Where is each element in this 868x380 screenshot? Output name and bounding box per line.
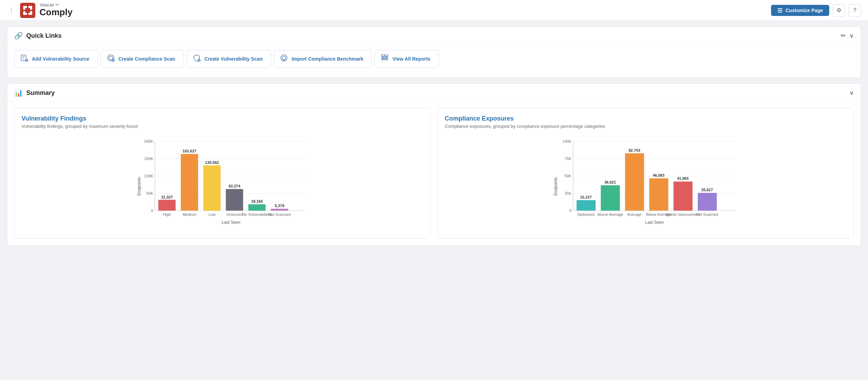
svg-text:Needs Improvement: Needs Improvement	[665, 212, 700, 216]
import-compliance-benchmark-label: Import Compliance Benchmark	[292, 56, 363, 62]
bar-no-vuln	[248, 204, 266, 211]
create-vulnerability-scan-link[interactable]: Create Vulnerability Scan	[187, 50, 271, 68]
customize-page-button[interactable]: Customize Page	[771, 5, 829, 16]
svg-text:150K: 150K	[144, 157, 153, 161]
import-compliance-benchmark-link[interactable]: Import Compliance Benchmark	[274, 50, 372, 68]
svg-text:130,562: 130,562	[205, 160, 219, 165]
svg-text:163,627: 163,627	[182, 149, 196, 153]
settings-button[interactable]: ⚙	[833, 4, 845, 17]
svg-text:Unscored: Unscored	[226, 212, 243, 216]
bar-not-scanned	[271, 209, 288, 211]
edit-quick-links-icon[interactable]: ✏	[841, 32, 846, 39]
svg-text:25,627: 25,627	[701, 188, 713, 192]
quick-links-icon: 🔗	[14, 32, 23, 40]
customize-icon	[777, 8, 783, 13]
svg-text:46,583: 46,583	[653, 173, 664, 177]
quick-links-section: 🔗 Quick Links ✏ ∨	[7, 26, 861, 78]
bar-low	[203, 165, 221, 211]
quick-links-title: Quick Links	[26, 32, 62, 39]
svg-rect-13	[779, 11, 780, 13]
svg-text:Last Seen: Last Seen	[222, 220, 240, 225]
summary-title: Summary	[26, 89, 55, 97]
svg-rect-11	[778, 8, 779, 9]
svg-text:Endpoints: Endpoints	[137, 177, 142, 195]
summary-body: Vulnerability Findings Vulnerability fin…	[7, 102, 861, 246]
compliance-exposures-chart: Endpoints 0 25K	[445, 134, 847, 231]
svg-rect-14	[21, 55, 26, 61]
charts-row: Vulnerability Findings Vulnerability fin…	[14, 108, 854, 239]
app-logo	[20, 3, 35, 18]
svg-text:100K: 100K	[144, 174, 153, 178]
add-vulnerability-source-label: Add Vulnerability Source	[32, 56, 89, 62]
svg-text:50K: 50K	[146, 191, 153, 195]
create-compliance-scan-icon	[107, 54, 115, 64]
vuln-findings-svg: Endpoints 0 50K	[21, 134, 423, 231]
import-compliance-benchmark-icon	[280, 54, 288, 64]
app-name: Comply	[39, 7, 72, 17]
create-compliance-scan-label: Create Compliance Scan	[118, 56, 175, 62]
svg-text:15,127: 15,127	[580, 195, 592, 199]
svg-text:25K: 25K	[564, 191, 571, 195]
bar-optimized	[576, 200, 596, 211]
gear-icon: ⚙	[836, 7, 841, 14]
bar-high	[158, 200, 176, 211]
svg-text:Not Scanned: Not Scanned	[696, 212, 718, 216]
svg-text:82,743: 82,743	[628, 148, 640, 152]
svg-rect-9	[778, 10, 782, 11]
svg-rect-32	[382, 59, 388, 60]
summary-header[interactable]: 📊 Summary ∨	[7, 84, 861, 102]
quick-links-grid: Add Vulnerability Source Create Complian…	[14, 50, 854, 71]
create-vulnerability-scan-icon	[193, 54, 201, 64]
summary-collapse-icon[interactable]: ∨	[849, 89, 854, 97]
svg-text:Average: Average	[627, 212, 641, 216]
svg-text:50K: 50K	[564, 174, 571, 178]
app-brand: TANIUM ™ Comply	[39, 3, 72, 17]
svg-rect-31	[382, 57, 388, 58]
bar-below-average	[649, 178, 668, 211]
svg-text:100K: 100K	[562, 139, 571, 143]
svg-point-21	[109, 56, 113, 60]
svg-rect-4	[25, 8, 27, 10]
svg-text:Endpoints: Endpoints	[553, 177, 558, 195]
svg-rect-7	[28, 11, 30, 13]
summary-icon: 📊	[14, 89, 23, 97]
svg-rect-33	[385, 55, 388, 56]
grid-menu-icon[interactable]: ⋮	[7, 5, 16, 16]
vuln-findings-subtitle: Vulnerability findings, grouped by maxim…	[21, 124, 423, 129]
view-all-reports-label: View All Reports	[392, 56, 430, 62]
svg-rect-5	[28, 8, 30, 10]
svg-text:Above Average: Above Average	[597, 212, 623, 216]
svg-text:Low: Low	[208, 212, 215, 216]
customize-page-label: Customize Page	[786, 8, 823, 13]
vuln-findings-title: Vulnerability Findings	[21, 115, 423, 122]
svg-text:62,274: 62,274	[229, 184, 241, 188]
bar-unscored	[226, 189, 243, 211]
svg-text:0: 0	[569, 209, 571, 213]
view-all-reports-link[interactable]: View All Reports	[375, 50, 439, 68]
svg-text:5,379: 5,379	[275, 204, 284, 208]
create-compliance-scan-link[interactable]: Create Compliance Scan	[101, 50, 184, 68]
view-all-reports-icon	[381, 54, 389, 64]
svg-text:Not Scanned: Not Scanned	[268, 212, 290, 216]
svg-text:41,965: 41,965	[677, 176, 689, 180]
help-button[interactable]: ?	[849, 4, 861, 17]
bar-above-average	[601, 185, 620, 211]
quick-links-collapse-icon[interactable]: ∨	[849, 32, 854, 39]
svg-rect-12	[780, 10, 781, 11]
quick-links-header[interactable]: 🔗 Quick Links ✏ ∨	[7, 27, 861, 45]
svg-text:High: High	[163, 212, 171, 216]
svg-rect-30	[382, 55, 384, 56]
add-vulnerability-source-link[interactable]: Add Vulnerability Source	[14, 50, 98, 68]
compliance-exposures-title: Compliance Exposures	[445, 115, 847, 122]
vuln-findings-chart: Endpoints 0 50K	[21, 134, 423, 231]
compliance-exposures-subtitle: Compliance exposures, grouped by complia…	[445, 124, 847, 129]
vulnerability-findings-card: Vulnerability Findings Vulnerability fin…	[14, 108, 431, 239]
quick-links-body: Add Vulnerability Source Create Complian…	[7, 45, 861, 78]
svg-text:Last Seen: Last Seen	[645, 220, 664, 225]
svg-rect-6	[25, 11, 27, 13]
svg-text:200K: 200K	[144, 139, 153, 143]
add-vulnerability-source-icon	[20, 54, 28, 64]
svg-text:Optimized: Optimized	[577, 212, 594, 216]
svg-text:36,621: 36,621	[604, 180, 616, 184]
svg-text:18,166: 18,166	[251, 199, 263, 203]
